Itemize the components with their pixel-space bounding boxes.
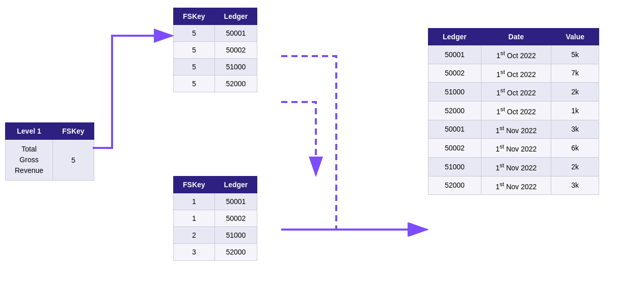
cell-fskey-bot-4: 3: [174, 244, 215, 261]
cell-date-r3: 1st Oct 2022: [481, 83, 551, 102]
table-row: 5 52000: [174, 75, 257, 92]
table-fskey-bottom: FSKey Ledger 1 50001 1 50002 2 51000 3 5…: [173, 176, 257, 261]
cell-date-r5: 1st Nov 2022: [481, 120, 551, 139]
cell-value-r1: 5k: [551, 45, 599, 64]
cell-value-r3: 2k: [551, 83, 599, 102]
table-row: 2 51000: [174, 227, 257, 244]
table-level1: Level 1 FSKey TotalGrossRevenue 5: [5, 122, 94, 181]
table-ledger-right: Ledger Date Value 50001 1st Oct 2022 5k …: [428, 28, 599, 195]
col-fskey-header-bot: FSKey: [174, 176, 215, 193]
cell-fskey-top-3: 5: [174, 59, 215, 75]
cell-value-r6: 6k: [551, 139, 599, 158]
table-row: TotalGrossRevenue 5: [6, 140, 94, 181]
cell-ledger-r6: 50002: [428, 139, 481, 158]
table-row: 5 50001: [174, 25, 257, 42]
cell-ledger-top-3: 51000: [214, 59, 257, 75]
table-row: 5 50002: [174, 42, 257, 59]
table-row: 52000 1st Oct 2022 1k: [428, 101, 599, 120]
table-row: 51000 1st Oct 2022 2k: [428, 83, 599, 102]
cell-ledger-top-2: 50002: [214, 42, 257, 59]
cell-ledger-r2: 50002: [428, 64, 481, 83]
cell-ledger-r3: 51000: [428, 83, 481, 102]
cell-level1-value: TotalGrossRevenue: [6, 140, 53, 181]
cell-ledger-r5: 50001: [428, 120, 481, 139]
col-level1-header: Level 1: [6, 123, 53, 140]
main-container: Level 1 FSKey TotalGrossRevenue 5 FSKey …: [0, 0, 644, 303]
col-ledger-header-bot: Ledger: [214, 176, 257, 193]
arrow-fskey-top-down-to-bottom: [281, 102, 316, 175]
cell-ledger-bot-2: 50002: [214, 210, 257, 227]
cell-fskey-bot-1: 1: [174, 193, 215, 210]
cell-ledger-top-1: 50001: [214, 25, 257, 42]
cell-date-r4: 1st Oct 2022: [481, 101, 551, 120]
table-row: 50001 1st Oct 2022 5k: [428, 45, 599, 64]
cell-value-r7: 2k: [551, 157, 599, 176]
col-fskey-header-top: FSKey: [174, 8, 215, 25]
cell-date-r6: 1st Nov 2022: [481, 139, 551, 158]
cell-value-r5: 3k: [551, 120, 599, 139]
cell-fskey-bot-3: 2: [174, 227, 215, 244]
arrow-level1-to-fskey-top: [93, 36, 172, 148]
table-row: 52000 1st Nov 2022 3k: [428, 176, 599, 195]
cell-ledger-bot-1: 50001: [214, 193, 257, 210]
table-row: 5 51000: [174, 59, 257, 75]
cell-date-r2: 1st Oct 2022: [481, 64, 551, 83]
cell-fskey-top-1: 5: [174, 25, 215, 42]
cell-date-r1: 1st Oct 2022: [481, 45, 551, 64]
cell-ledger-r8: 52000: [428, 176, 481, 195]
cell-fskey-value-l1: 5: [53, 140, 94, 181]
col-date-header-right: Date: [481, 29, 551, 45]
table-row: 50001 1st Nov 2022 3k: [428, 120, 599, 139]
col-ledger-header-right: Ledger: [428, 29, 481, 45]
cell-fskey-top-2: 5: [174, 42, 215, 59]
cell-date-r8: 1st Nov 2022: [481, 176, 551, 195]
cell-ledger-bot-3: 51000: [214, 227, 257, 244]
cell-fskey-top-4: 5: [174, 75, 215, 92]
col-value-header-right: Value: [551, 29, 599, 45]
table-fskey-top: FSKey Ledger 5 50001 5 50002 5 51000 5 5…: [173, 8, 257, 92]
cell-value-r2: 7k: [551, 64, 599, 83]
col-fskey-header-l1: FSKey: [53, 123, 94, 140]
cell-date-r7: 1st Nov 2022: [481, 157, 551, 176]
arrow-fskey-top-to-ledger-dashed: [281, 56, 427, 230]
table-row: 51000 1st Nov 2022 2k: [428, 157, 599, 176]
cell-ledger-r4: 52000: [428, 101, 481, 120]
table-row: 1 50002: [174, 210, 257, 227]
cell-value-r8: 3k: [551, 176, 599, 195]
table-row: 50002 1st Nov 2022 6k: [428, 139, 599, 158]
cell-ledger-bot-4: 52000: [214, 244, 257, 261]
table-row: 50002 1st Oct 2022 7k: [428, 64, 599, 83]
cell-ledger-r1: 50001: [428, 45, 481, 64]
col-ledger-header-top: Ledger: [214, 8, 257, 25]
table-row: 3 52000: [174, 244, 257, 261]
cell-fskey-bot-2: 1: [174, 210, 215, 227]
cell-ledger-r7: 51000: [428, 157, 481, 176]
cell-value-r4: 1k: [551, 101, 599, 120]
table-row: 1 50001: [174, 193, 257, 210]
cell-ledger-top-4: 52000: [214, 75, 257, 92]
